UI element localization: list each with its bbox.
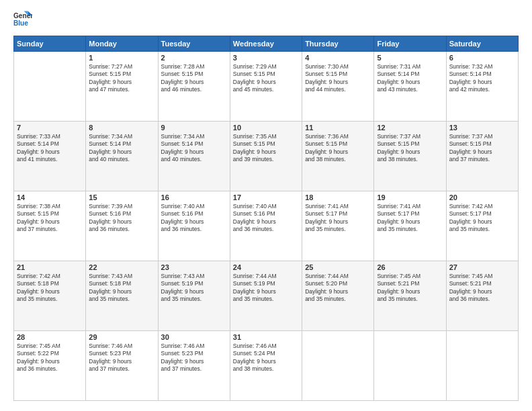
calendar-cell: 6Sunrise: 7:32 AM Sunset: 5:14 PM Daylig… — [446, 52, 518, 122]
logo-icon: General Blue — [13, 10, 32, 29]
weekday-header-monday: Monday — [86, 36, 158, 52]
calendar-cell: 11Sunrise: 7:36 AM Sunset: 5:15 PM Dayli… — [302, 122, 374, 191]
calendar-cell: 8Sunrise: 7:34 AM Sunset: 5:14 PM Daylig… — [86, 122, 158, 191]
calendar-cell: 26Sunrise: 7:45 AM Sunset: 5:21 PM Dayli… — [374, 261, 446, 331]
day-number: 20 — [449, 193, 515, 201]
day-number: 18 — [305, 193, 371, 201]
day-info: Sunrise: 7:44 AM Sunset: 5:19 PM Dayligh… — [233, 273, 299, 304]
calendar-cell: 30Sunrise: 7:46 AM Sunset: 5:23 PM Dayli… — [158, 331, 230, 401]
calendar-cell: 7Sunrise: 7:33 AM Sunset: 5:14 PM Daylig… — [14, 122, 86, 191]
weekday-header-saturday: Saturday — [446, 36, 518, 52]
day-info: Sunrise: 7:42 AM Sunset: 5:17 PM Dayligh… — [449, 203, 515, 234]
day-info: Sunrise: 7:37 AM Sunset: 5:15 PM Dayligh… — [377, 133, 443, 164]
day-number: 31 — [233, 333, 299, 341]
calendar-cell: 14Sunrise: 7:38 AM Sunset: 5:15 PM Dayli… — [14, 191, 86, 261]
day-number: 16 — [161, 193, 227, 201]
calendar-cell: 31Sunrise: 7:46 AM Sunset: 5:24 PM Dayli… — [230, 331, 302, 401]
calendar-cell: 29Sunrise: 7:46 AM Sunset: 5:23 PM Dayli… — [86, 331, 158, 401]
calendar-cell: 28Sunrise: 7:45 AM Sunset: 5:22 PM Dayli… — [14, 331, 86, 401]
week-row-1: 7Sunrise: 7:33 AM Sunset: 5:14 PM Daylig… — [14, 122, 519, 191]
calendar-cell: 3Sunrise: 7:29 AM Sunset: 5:15 PM Daylig… — [230, 52, 302, 122]
day-info: Sunrise: 7:43 AM Sunset: 5:19 PM Dayligh… — [161, 273, 227, 304]
day-number: 13 — [449, 124, 515, 132]
day-info: Sunrise: 7:41 AM Sunset: 5:17 PM Dayligh… — [377, 203, 443, 234]
day-info: Sunrise: 7:34 AM Sunset: 5:14 PM Dayligh… — [161, 133, 227, 164]
svg-text:Blue: Blue — [13, 19, 28, 27]
day-info: Sunrise: 7:46 AM Sunset: 5:24 PM Dayligh… — [233, 342, 299, 373]
day-number: 6 — [449, 54, 515, 62]
day-number: 14 — [17, 193, 83, 201]
day-info: Sunrise: 7:40 AM Sunset: 5:16 PM Dayligh… — [161, 203, 227, 234]
calendar-cell: 17Sunrise: 7:40 AM Sunset: 5:16 PM Dayli… — [230, 191, 302, 261]
day-number: 22 — [89, 263, 154, 271]
day-number: 17 — [233, 193, 299, 201]
weekday-header-tuesday: Tuesday — [158, 36, 230, 52]
day-info: Sunrise: 7:36 AM Sunset: 5:15 PM Dayligh… — [305, 133, 371, 164]
week-row-0: 1Sunrise: 7:27 AM Sunset: 5:15 PM Daylig… — [14, 52, 519, 122]
calendar-cell: 12Sunrise: 7:37 AM Sunset: 5:15 PM Dayli… — [374, 122, 446, 191]
day-number: 28 — [17, 333, 83, 341]
day-info: Sunrise: 7:43 AM Sunset: 5:18 PM Dayligh… — [89, 273, 154, 304]
header: General Blue — [13, 10, 519, 29]
day-number: 19 — [377, 193, 443, 201]
day-info: Sunrise: 7:30 AM Sunset: 5:15 PM Dayligh… — [305, 63, 371, 94]
logo: General Blue — [13, 10, 32, 29]
day-info: Sunrise: 7:45 AM Sunset: 5:22 PM Dayligh… — [17, 342, 83, 373]
day-number: 4 — [305, 54, 371, 62]
week-row-2: 14Sunrise: 7:38 AM Sunset: 5:15 PM Dayli… — [14, 191, 519, 261]
day-number: 23 — [161, 263, 227, 271]
day-info: Sunrise: 7:40 AM Sunset: 5:16 PM Dayligh… — [233, 203, 299, 234]
calendar-cell: 1Sunrise: 7:27 AM Sunset: 5:15 PM Daylig… — [86, 52, 158, 122]
calendar-cell — [14, 52, 86, 122]
day-info: Sunrise: 7:39 AM Sunset: 5:16 PM Dayligh… — [89, 203, 154, 234]
day-number: 8 — [89, 124, 154, 132]
day-info: Sunrise: 7:44 AM Sunset: 5:20 PM Dayligh… — [305, 273, 371, 304]
weekday-header-thursday: Thursday — [302, 36, 374, 52]
day-number: 1 — [89, 54, 154, 62]
calendar-cell: 25Sunrise: 7:44 AM Sunset: 5:20 PM Dayli… — [302, 261, 374, 331]
day-number: 24 — [233, 263, 299, 271]
day-info: Sunrise: 7:45 AM Sunset: 5:21 PM Dayligh… — [377, 273, 443, 304]
day-number: 9 — [161, 124, 227, 132]
calendar-cell: 21Sunrise: 7:42 AM Sunset: 5:18 PM Dayli… — [14, 261, 86, 331]
calendar-cell: 5Sunrise: 7:31 AM Sunset: 5:14 PM Daylig… — [374, 52, 446, 122]
calendar-cell: 23Sunrise: 7:43 AM Sunset: 5:19 PM Dayli… — [158, 261, 230, 331]
calendar-cell: 27Sunrise: 7:45 AM Sunset: 5:21 PM Dayli… — [446, 261, 518, 331]
day-number: 12 — [377, 124, 443, 132]
day-info: Sunrise: 7:42 AM Sunset: 5:18 PM Dayligh… — [17, 273, 83, 304]
day-info: Sunrise: 7:38 AM Sunset: 5:15 PM Dayligh… — [17, 203, 83, 234]
day-number: 15 — [89, 193, 154, 201]
weekday-header-sunday: Sunday — [14, 36, 86, 52]
weekday-header-row: SundayMondayTuesdayWednesdayThursdayFrid… — [14, 36, 519, 52]
calendar-table: SundayMondayTuesdayWednesdayThursdayFrid… — [13, 36, 519, 401]
calendar-cell: 20Sunrise: 7:42 AM Sunset: 5:17 PM Dayli… — [446, 191, 518, 261]
day-info: Sunrise: 7:35 AM Sunset: 5:15 PM Dayligh… — [233, 133, 299, 164]
day-info: Sunrise: 7:46 AM Sunset: 5:23 PM Dayligh… — [89, 342, 154, 373]
calendar-cell: 24Sunrise: 7:44 AM Sunset: 5:19 PM Dayli… — [230, 261, 302, 331]
calendar-cell — [302, 331, 374, 401]
day-number: 5 — [377, 54, 443, 62]
day-info: Sunrise: 7:32 AM Sunset: 5:14 PM Dayligh… — [449, 63, 515, 94]
calendar-cell: 15Sunrise: 7:39 AM Sunset: 5:16 PM Dayli… — [86, 191, 158, 261]
calendar-cell: 19Sunrise: 7:41 AM Sunset: 5:17 PM Dayli… — [374, 191, 446, 261]
calendar-cell: 13Sunrise: 7:37 AM Sunset: 5:15 PM Dayli… — [446, 122, 518, 191]
day-number: 25 — [305, 263, 371, 271]
calendar-cell: 16Sunrise: 7:40 AM Sunset: 5:16 PM Dayli… — [158, 191, 230, 261]
day-number: 21 — [17, 263, 83, 271]
day-info: Sunrise: 7:41 AM Sunset: 5:17 PM Dayligh… — [305, 203, 371, 234]
day-number: 30 — [161, 333, 227, 341]
day-number: 11 — [305, 124, 371, 132]
day-info: Sunrise: 7:37 AM Sunset: 5:15 PM Dayligh… — [449, 133, 515, 164]
week-row-3: 21Sunrise: 7:42 AM Sunset: 5:18 PM Dayli… — [14, 261, 519, 331]
day-number: 10 — [233, 124, 299, 132]
calendar-cell: 9Sunrise: 7:34 AM Sunset: 5:14 PM Daylig… — [158, 122, 230, 191]
calendar-cell: 18Sunrise: 7:41 AM Sunset: 5:17 PM Dayli… — [302, 191, 374, 261]
calendar-cell: 22Sunrise: 7:43 AM Sunset: 5:18 PM Dayli… — [86, 261, 158, 331]
day-number: 26 — [377, 263, 443, 271]
calendar-cell: 10Sunrise: 7:35 AM Sunset: 5:15 PM Dayli… — [230, 122, 302, 191]
day-number: 27 — [449, 263, 515, 271]
day-info: Sunrise: 7:28 AM Sunset: 5:15 PM Dayligh… — [161, 63, 227, 94]
calendar-cell — [446, 331, 518, 401]
day-number: 29 — [89, 333, 154, 341]
day-info: Sunrise: 7:29 AM Sunset: 5:15 PM Dayligh… — [233, 63, 299, 94]
